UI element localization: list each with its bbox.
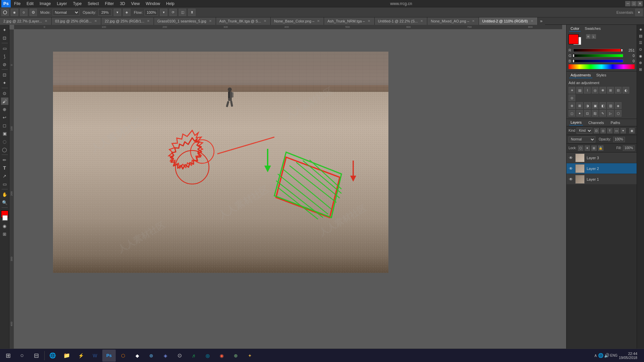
brightness-adj[interactable]: ☀	[569, 87, 575, 94]
tab-close-7[interactable]: ✕	[367, 19, 371, 23]
unity-btn[interactable]: ◆	[130, 350, 144, 362]
layer-item-1[interactable]: 👁 Layer 1	[567, 174, 637, 185]
screen-mode-button[interactable]: ⊞	[1, 230, 8, 238]
lock-artboards-btn[interactable]: ⊞	[591, 145, 597, 151]
show-desktop-btn[interactable]	[639, 350, 641, 362]
video-adj[interactable]: ▷	[607, 110, 614, 117]
menu-file[interactable]: File	[11, 1, 23, 7]
far-right-icon-7[interactable]: ⊞	[638, 66, 644, 72]
hand-tool[interactable]: ✋	[1, 191, 8, 198]
tab-9[interactable]: None_Mixed_AO.png – ✕	[427, 17, 479, 25]
tab-close-10[interactable]: ✕	[530, 19, 534, 23]
move-tool[interactable]: ✦	[1, 26, 8, 34]
quick-select-tool[interactable]: ⊘	[1, 61, 8, 68]
menu-edit[interactable]: Edit	[24, 1, 36, 7]
chrome-btn[interactable]: ⊙	[173, 350, 186, 362]
notes-adj[interactable]: ✎	[599, 110, 606, 117]
layer-item-3[interactable]: 👁 Layer 3	[567, 153, 637, 163]
pixel-filter-btn[interactable]: ⊡	[594, 128, 599, 133]
tab-10[interactable]: Untitled-2 @ 110% (RGB/8) ✕	[479, 17, 538, 25]
other-btn-4[interactable]: ✦	[243, 350, 257, 362]
minimize-button[interactable]: ─	[625, 1, 631, 6]
menu-select[interactable]: Select	[85, 1, 101, 7]
eraser-tool[interactable]: ◻	[1, 122, 8, 129]
colorlookup-adj[interactable]: ⊠	[576, 102, 583, 109]
other-btn-3[interactable]: ⊕	[229, 350, 243, 362]
marquee-tool[interactable]: ▭	[1, 45, 8, 52]
swatches-tab[interactable]: Swatches	[583, 26, 602, 31]
tab-close-1[interactable]: ✕	[44, 19, 48, 23]
tab-8[interactable]: Untitled-1 @ 22.2% (S... ✕	[375, 17, 428, 25]
background-color-swatch[interactable]	[2, 215, 8, 221]
channels-tab[interactable]: Channels	[587, 120, 605, 125]
smoothing-button[interactable]: ⟳	[169, 9, 177, 16]
paths-tab[interactable]: Paths	[609, 120, 622, 125]
color-spectrum[interactable]	[569, 64, 635, 69]
canvas-image[interactable]: 人人素材社区 人人素材社区 人人素材社区 人人素材社区 人人素材社区	[53, 52, 388, 273]
photoshop-taskbar-btn[interactable]: Ps	[102, 350, 116, 362]
flow-input[interactable]	[145, 9, 158, 16]
menu-3d[interactable]: 3D	[117, 1, 127, 7]
tab-3[interactable]: 22.jpg @ 25% (RGB/1... ✕	[101, 17, 154, 25]
curves-adj[interactable]: ⌇	[584, 87, 591, 94]
artboard-tool[interactable]: ⊡	[1, 34, 8, 42]
bw-adj[interactable]: ◐	[623, 87, 629, 94]
pen-tool[interactable]: ✏	[1, 156, 8, 164]
layers-tab[interactable]: Layers	[569, 120, 583, 125]
tab-close-9[interactable]: ✕	[471, 19, 475, 23]
type-filter-btn[interactable]: T	[607, 128, 612, 133]
keyboard-icon[interactable]: ENG	[610, 354, 618, 357]
quick-mask-button[interactable]: ◉	[1, 222, 8, 230]
red-slider[interactable]	[573, 49, 623, 52]
link-adj[interactable]: ⛓	[592, 110, 598, 117]
layer-1-visibility[interactable]: 👁	[569, 177, 573, 182]
tab-7[interactable]: Ash_Trunk_NRM.tga – ✕	[324, 17, 374, 25]
menu-help[interactable]: Help	[163, 1, 177, 7]
lock-pixels-btn[interactable]: ⬡	[578, 145, 583, 151]
far-right-icon-4[interactable]: ⊙	[638, 46, 644, 52]
clone-tool[interactable]: ⊕	[1, 106, 8, 113]
canvas-area[interactable]: 0100200300400500600700800 0 100 200 300 …	[9, 25, 566, 362]
symmetry-button[interactable]: ⧗	[188, 9, 196, 16]
tab-close-2[interactable]: ✕	[94, 19, 98, 23]
layer-kind-select[interactable]: Kind	[577, 128, 592, 134]
invert-adj[interactable]: ◑	[584, 102, 591, 109]
healing-tool[interactable]: ⊙	[1, 89, 8, 97]
dodge-tool[interactable]: ◯	[1, 146, 8, 153]
far-right-icon-3[interactable]: ☰	[638, 40, 644, 46]
opacity-input[interactable]	[98, 9, 112, 16]
layer-3-visibility[interactable]: 👁	[569, 156, 573, 160]
shape-filter-btn[interactable]: ▭	[614, 128, 619, 133]
smart-filter-adj[interactable]: ✦	[576, 110, 583, 117]
lock-all-btn[interactable]: 🔒	[598, 145, 603, 151]
fill-input-layers[interactable]	[623, 145, 635, 151]
erase-button[interactable]: ◫	[179, 9, 186, 16]
blur-tool[interactable]: ◌	[1, 138, 8, 145]
tray-arrow[interactable]: ∧	[594, 353, 597, 358]
layer-filter-toggle[interactable]: ◉	[629, 128, 635, 133]
clock-display[interactable]: 22:44 19/05/2018	[619, 352, 637, 360]
smart-filter-btn[interactable]: ✦	[621, 128, 626, 133]
tabs-overflow-button[interactable]: »	[538, 17, 545, 25]
green-slider[interactable]	[573, 54, 623, 57]
explorer-btn[interactable]: 📁	[60, 350, 73, 362]
edge-btn[interactable]: 🌐	[46, 350, 59, 362]
word-btn[interactable]: W	[88, 350, 102, 362]
rgb-mode-btn[interactable]: R	[586, 34, 591, 39]
opacity-options[interactable]: ▼	[114, 9, 121, 16]
threshold-adj[interactable]: ◧	[599, 102, 606, 109]
start-button[interactable]: ⊞	[1, 350, 15, 362]
styles-tab[interactable]: Styles	[595, 72, 608, 78]
menu-view[interactable]: View	[128, 1, 143, 7]
toggle-airbrush[interactable]: ⊙	[20, 9, 28, 16]
menu-filter[interactable]: Filter	[102, 1, 117, 7]
brush-size-button[interactable]: ◉	[11, 9, 18, 16]
lab-mode-btn[interactable]: L	[591, 34, 596, 39]
spotify-btn[interactable]: ♬	[187, 350, 200, 362]
tab-5[interactable]: Ash_Trunk_8K.tga @ S... ✕	[216, 17, 271, 25]
tab-close-3[interactable]: ✕	[146, 19, 150, 23]
brush-settings[interactable]: ⚙	[30, 9, 37, 16]
foreground-color-box[interactable]	[569, 34, 579, 44]
far-right-icon-1[interactable]: ◈	[638, 26, 644, 32]
tab-close-5[interactable]: ✕	[263, 19, 267, 23]
